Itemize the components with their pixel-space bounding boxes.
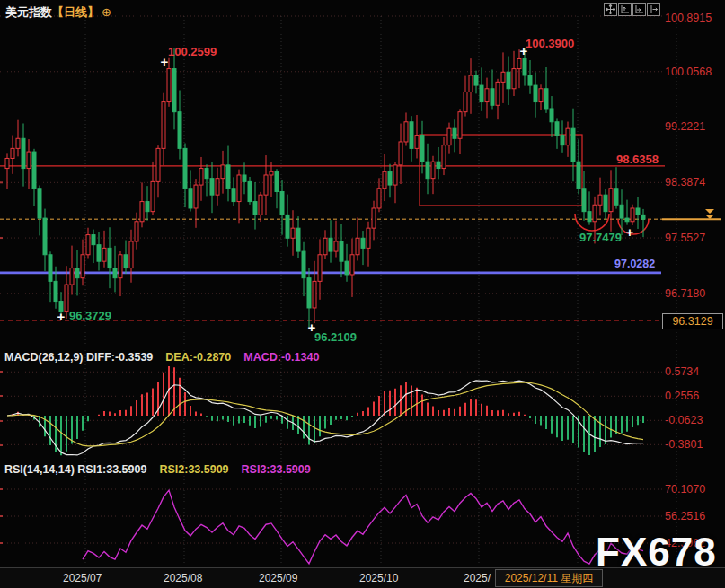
price-axis-label: 98.3874 — [665, 176, 724, 189]
candle-body — [313, 281, 316, 308]
candle-body — [210, 179, 214, 196]
candle-body — [491, 89, 494, 106]
candle-body — [92, 235, 95, 245]
chart-canvas[interactable] — [0, 0, 725, 588]
month-label: 2025/08 — [164, 572, 202, 584]
support-price-tag: 96.3129 — [662, 313, 723, 329]
macd-dea-line — [7, 382, 643, 446]
candle-body — [420, 136, 424, 162]
candle-body — [205, 169, 208, 179]
candle-body — [534, 85, 537, 102]
resistance-line-label[interactable]: 98.6358 — [616, 153, 659, 166]
candle-body — [275, 171, 279, 191]
candle-body — [183, 148, 187, 188]
macd-diff-label: MACD(26,12,9) DIFF:-0.3539 — [4, 351, 153, 364]
anchor-marker-icon[interactable]: + — [626, 228, 634, 237]
candle-body — [199, 169, 203, 186]
rsi-axis-label: 70.1070 — [665, 483, 724, 496]
rsi3-label: RSI3:33.5909 — [242, 463, 311, 476]
candle-body — [232, 189, 235, 202]
candle-body — [307, 278, 311, 308]
candle-body — [561, 136, 564, 145]
candle-body — [598, 195, 602, 205]
candle-body — [189, 189, 192, 208]
candle-body — [259, 195, 262, 215]
anchor-marker-icon[interactable]: + — [520, 47, 528, 56]
candle-body — [464, 92, 467, 111]
candle-body — [146, 202, 149, 212]
fx678-watermark: FX678 — [596, 530, 717, 575]
candle-body — [571, 128, 575, 162]
candle-body — [641, 215, 645, 219]
candle-body — [383, 171, 386, 189]
candle-body — [609, 189, 613, 212]
candle-body — [361, 238, 365, 248]
current-price-marker-icon[interactable] — [705, 209, 714, 214]
double-bottom-arc — [575, 214, 609, 231]
candle-body — [286, 215, 289, 238]
candle-body — [248, 181, 252, 201]
annotation-low-july[interactable]: 96.3729 — [69, 309, 111, 322]
candle-body — [458, 112, 462, 139]
month-label: 2025/10 — [359, 572, 398, 584]
candle-body — [447, 128, 451, 145]
macd-axis-label: -0.0623 — [665, 414, 724, 426]
candle-body — [280, 191, 284, 215]
candle-body — [469, 75, 473, 92]
price-axis-label: 100.0568 — [665, 66, 724, 78]
candle-body — [517, 58, 521, 68]
left-axis-tick — [0, 237, 3, 239]
anchor-marker-icon[interactable]: + — [161, 57, 169, 66]
anchor-marker-icon[interactable]: + — [308, 323, 316, 332]
candle-body — [566, 128, 570, 145]
candle-body — [237, 175, 241, 202]
instrument-name: 美元指数 — [5, 5, 52, 19]
candle-body — [32, 152, 36, 189]
left-axis-tick — [0, 515, 3, 517]
left-axis-tick — [0, 488, 3, 490]
current-price-marker-icon[interactable] — [705, 215, 714, 219]
candle-body — [555, 122, 559, 136]
candle-body — [86, 235, 90, 255]
candle-body — [528, 75, 532, 85]
annotation-high-november[interactable]: 100.3900 — [526, 37, 574, 50]
candle-body — [97, 245, 101, 262]
candle-body — [16, 138, 20, 148]
candle-body — [577, 162, 580, 189]
candle-body — [496, 82, 500, 105]
annotation-low-september[interactable]: 96.2109 — [314, 330, 357, 344]
anchor-marker-icon[interactable]: + — [57, 312, 66, 321]
candle-body — [167, 69, 171, 102]
blue-support-line-label[interactable]: 97.0282 — [614, 258, 655, 270]
price-axis-label: 96.7180 — [665, 287, 724, 300]
period-label[interactable]: 【日线】 — [52, 5, 99, 19]
candle-body — [318, 255, 322, 282]
candle-body — [216, 179, 219, 196]
candle-body — [119, 255, 122, 278]
candle-body — [415, 136, 419, 149]
candle-body — [194, 185, 198, 208]
left-axis-tick — [0, 395, 3, 397]
candle-body — [550, 109, 553, 122]
rsi2-label: RSI2:33.5909 — [159, 463, 228, 476]
candle-body — [270, 171, 273, 175]
candle-body — [226, 165, 230, 189]
candle-body — [129, 241, 133, 268]
add-indicator-icon[interactable]: ⊕ — [102, 5, 111, 19]
candle-body — [54, 281, 57, 301]
candle-body — [507, 72, 510, 89]
candle-body — [393, 165, 397, 185]
candle-body — [485, 89, 489, 102]
candle-body — [108, 248, 111, 268]
candle-body — [631, 208, 634, 222]
candle-body — [221, 165, 225, 179]
candle-body — [323, 238, 327, 255]
candle-body — [377, 189, 381, 208]
annotation-high-july[interactable]: 100.2599 — [168, 45, 217, 58]
candle-body — [410, 122, 413, 149]
candle-body — [156, 148, 160, 181]
macd-dea-label: DEA:-0.2870 — [165, 351, 231, 364]
candle-body — [501, 72, 505, 82]
annotation-double-bottom[interactable]: 97.7479 — [579, 231, 622, 244]
candle-body — [5, 158, 9, 168]
